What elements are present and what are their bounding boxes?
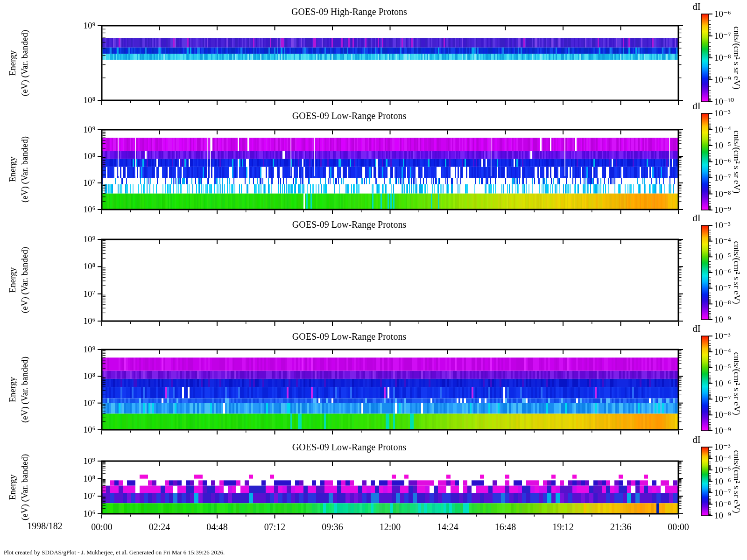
y-axis-label-panel-5: Energy (eV) (Var. banded): [7, 454, 31, 520]
y-axis-label-line1: Energy: [7, 30, 19, 96]
x-tick-label: 16:48: [485, 521, 527, 533]
colorbar-tick-label: 10⁻⁴: [714, 235, 731, 247]
y-axis-label-panel-4: Energy (eV) (Var. banded): [7, 357, 31, 423]
colorbar-tick-label: 10⁻³: [714, 219, 731, 231]
colorbar-tick-label: 10⁻⁹: [714, 510, 731, 522]
y-tick-label: 10⁸: [69, 94, 95, 106]
y-axis-label-line2: (eV) (Var. banded): [19, 357, 31, 423]
y-axis-label-panel-1: Energy (eV) (Var. banded): [7, 30, 31, 96]
y-axis-label-line2: (eV) (Var. banded): [19, 136, 31, 203]
colorbar-2-units: cnts/(cm² s sr eV): [732, 131, 742, 194]
colorbar-tick-label: 10⁻⁶: [714, 156, 731, 168]
y-axis-label-line1: Energy: [7, 247, 19, 313]
y-tick-label: 10⁹: [69, 455, 95, 467]
y-tick-label: 10⁸: [69, 370, 95, 382]
colorbar-tick-label: 10⁻⁹: [714, 314, 731, 326]
panel-1-title: GOES-09 High-Range Protons: [102, 7, 597, 17]
y-axis-label-line2: (eV) (Var. banded): [19, 30, 31, 96]
figure-root: GOES-09 High-Range Protons GOES-09 Low-R…: [0, 0, 747, 560]
y-tick-label: 10⁷: [69, 490, 95, 502]
colorbar-tick-label: 10⁻⁶: [714, 8, 731, 20]
x-tick-label: 14:24: [427, 521, 469, 533]
colorbar-tick-label: 10⁻⁵: [714, 464, 731, 476]
y-tick-label: 10⁶: [69, 424, 95, 436]
colorbar-tick-label: 10⁻⁴: [714, 453, 731, 465]
colorbar-tick-label: 10⁻⁹: [714, 425, 731, 437]
y-tick-label: 10⁸: [69, 260, 95, 273]
colorbar-tick-label: 10⁻⁶: [714, 476, 731, 488]
x-tick-label: 04:48: [196, 521, 238, 533]
date-label: 1998/182: [18, 521, 72, 532]
y-tick-label: 10⁶: [69, 508, 95, 520]
colorbar-tick-label: 10⁻⁸: [714, 498, 731, 511]
colorbar-4-units: cnts/(cm² s sr eV): [732, 352, 742, 415]
x-tick-label: 12:00: [369, 521, 411, 533]
y-tick-label: 10⁸: [69, 150, 95, 162]
colorbar-3-title: dI: [685, 212, 708, 224]
x-tick-label: 09:36: [311, 521, 353, 533]
x-tick-label: 21:36: [600, 521, 642, 533]
colorbar-2-title: dI: [685, 100, 708, 112]
y-tick-label: 10⁸: [69, 473, 95, 485]
colorbar-4-title: dI: [685, 323, 708, 335]
y-tick-label: 10⁷: [69, 288, 95, 300]
colorbar-tick-label: 10⁻⁸: [714, 409, 731, 421]
colorbar-tick-label: 10⁻⁵: [714, 251, 731, 263]
colorbar-tick-label: 10⁻⁷: [714, 30, 731, 42]
colorbar-tick-label: 10⁻⁵: [714, 362, 731, 374]
y-tick-label: 10⁶: [69, 203, 95, 216]
x-tick-label: 07:12: [254, 521, 296, 533]
colorbar-tick-label: 10⁻⁸: [714, 188, 731, 200]
y-axis-label-line2: (eV) (Var. banded): [19, 454, 31, 520]
colorbar-tick-label: 10⁻⁹: [714, 74, 731, 86]
y-axis-label-panel-2: Energy (eV) (Var. banded): [7, 136, 31, 203]
colorbar-tick-label: 10⁻⁸: [714, 52, 731, 64]
x-tick-label: 02:24: [139, 521, 181, 533]
x-tick-label: 00:00: [657, 521, 699, 533]
colorbar-tick-label: 10⁻¹⁰: [714, 96, 734, 108]
y-tick-label: 10⁷: [69, 397, 95, 409]
y-tick-label: 10⁹: [69, 343, 95, 356]
y-axis-label-line1: Energy: [7, 454, 19, 520]
colorbar-tick-label: 10⁻⁴: [714, 124, 731, 136]
panel-2-title: GOES-09 Low-Range Protons: [102, 111, 597, 121]
y-axis-label-panel-3: Energy (eV) (Var. banded): [7, 247, 31, 313]
colorbar-1-title: dI: [685, 1, 708, 13]
y-tick-label: 10⁶: [69, 315, 95, 327]
colorbar-tick-label: 10⁻⁶: [714, 378, 731, 390]
colorbar-tick-label: 10⁻⁸: [714, 298, 731, 310]
colorbar-5-title: dI: [685, 434, 708, 446]
colorbar-tick-label: 10⁻⁷: [714, 282, 731, 294]
colorbar-tick-label: 10⁻⁵: [714, 140, 731, 152]
y-tick-label: 10⁹: [69, 233, 95, 245]
y-axis-label-line1: Energy: [7, 136, 19, 203]
panel-3-title: GOES-09 Low-Range Protons: [102, 219, 597, 230]
colorbar-tick-label: 10⁻⁷: [714, 172, 731, 184]
colorbar-tick-label: 10⁻⁶: [714, 266, 731, 279]
x-tick-label: 00:00: [81, 521, 123, 533]
y-axis-label-line2: (eV) (Var. banded): [19, 247, 31, 313]
spectrogram-canvas: [0, 0, 747, 560]
colorbar-3-units: cnts/(cm² s sr eV): [732, 241, 742, 304]
x-tick-label: 19:12: [542, 521, 584, 533]
colorbar-tick-label: 10⁻³: [714, 107, 731, 119]
colorbar-5-units: cnts/(cm² s sr eV): [732, 450, 742, 513]
panel-5-title: GOES-09 Low-Range Protons: [102, 442, 597, 453]
colorbar-tick-label: 10⁻⁴: [714, 346, 731, 358]
y-axis-label-line1: Energy: [7, 357, 19, 423]
colorbar-tick-label: 10⁻⁷: [714, 487, 731, 499]
y-tick-label: 10⁹: [69, 124, 95, 136]
y-tick-label: 10⁷: [69, 177, 95, 189]
y-tick-label: 10⁹: [69, 20, 95, 32]
colorbar-tick-label: 10⁻³: [714, 441, 731, 453]
colorbar-tick-label: 10⁻⁷: [714, 393, 731, 405]
colorbar-tick-label: 10⁻³: [714, 330, 731, 342]
colorbar-1-units: cnts/(cm² s sr eV): [732, 27, 742, 90]
colorbar-tick-label: 10⁻⁹: [714, 204, 731, 216]
panel-4-title: GOES-09 Low-Range Protons: [102, 331, 597, 342]
credit-footer: Plot created by SDDAS/gPlot - J. Mukherj…: [4, 549, 225, 556]
